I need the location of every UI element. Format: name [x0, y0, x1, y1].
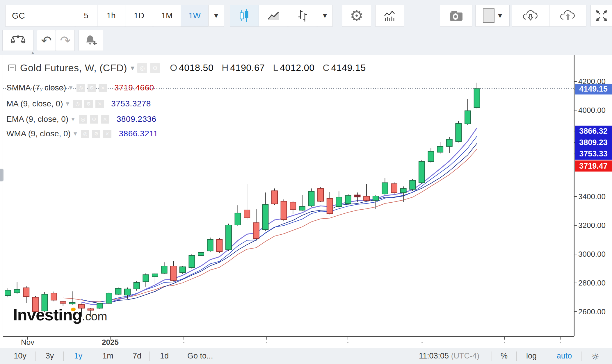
time-value: 11:03:05 [419, 351, 449, 360]
chevron-down-icon[interactable]: ▼ [66, 101, 70, 106]
close-icon[interactable]: × [99, 84, 107, 92]
ohlc-values: O4018.50H4190.67L4012.00C4149.15 [170, 63, 374, 73]
ohlc-label-C: C [323, 63, 329, 73]
date-tick-label: Nov [21, 338, 34, 347]
price-tick-label: 3000.00 [578, 250, 606, 259]
auto-scale-button[interactable]: auto [557, 351, 572, 361]
close-icon[interactable]: × [103, 130, 111, 138]
display-settings-icon[interactable]: ☼ [591, 351, 599, 363]
settings-icon[interactable]: ⚙ [88, 84, 96, 92]
indicator-value: 3809.2336 [117, 115, 156, 124]
watermark: Investing .com [13, 305, 107, 324]
timezone: (UTC-4) [451, 351, 479, 360]
log-scale-button[interactable]: log [526, 351, 537, 361]
chart-header: Gold Futures, W, (CFD) ▼ ◎ ⚙ O4018.50H41… [8, 62, 374, 74]
ohlc-label-H: H [222, 63, 228, 73]
price-tick-label: 2600.00 [578, 307, 606, 316]
price-tick-label: 2800.00 [578, 279, 606, 288]
indicator-value: 3866.3211 [119, 129, 158, 138]
range-button-1y[interactable]: 1y [74, 351, 83, 361]
chevron-down-icon[interactable]: ▼ [69, 85, 72, 90]
indicator-label: MA (9, close, 0) [6, 99, 63, 108]
chevron-down-icon[interactable]: ▼ [131, 65, 134, 71]
price-badge: 3753.33 [575, 148, 612, 160]
close-icon[interactable]: × [101, 115, 109, 124]
toolbar-separator [581, 351, 581, 361]
price-badge: 3866.32 [575, 126, 612, 137]
indicator-label: SMMA (7, close) [6, 83, 66, 92]
indicator-label: WMA (9, close, 0) [6, 129, 71, 138]
settings-icon[interactable]: ⚙ [90, 115, 98, 124]
toolbar-separator [63, 351, 64, 361]
trading-chart-app: GC 51h1D1M1W ▼ ▼ ⚙ [0, 0, 612, 364]
indicator-row-ema: EMA (9, close, 0)▼◎⚙×3809.2336 [6, 114, 156, 125]
toolbar-separator [35, 351, 35, 361]
toolbar-separator [149, 351, 150, 361]
indicator-row-smma: SMMA (7, close)▼◎⚙×3719.4660 [6, 82, 154, 93]
ohlc-value-C: 4149.15 [331, 63, 366, 73]
ohlc-value-L: 4012.00 [280, 63, 314, 73]
range-button-3y[interactable]: 3y [46, 351, 54, 361]
range-button-1m[interactable]: 1m [102, 351, 113, 361]
percent-scale-button[interactable]: % [501, 351, 508, 361]
price-tick-label: 4000.00 [578, 106, 606, 115]
range-button-7d[interactable]: 7d [133, 351, 141, 361]
toolbar-separator [546, 351, 546, 361]
indicator-row-wma: WMA (9, close, 0)▼◎⚙×3866.3211 [6, 128, 158, 139]
collapse-legend-icon[interactable] [8, 65, 16, 71]
ohlc-label-L: L [273, 63, 278, 73]
toolbar-separator [91, 351, 91, 361]
range-button-10y[interactable]: 10y [14, 351, 26, 361]
ohlc-value-O: 4018.50 [179, 63, 214, 73]
price-tick-label: 3400.00 [578, 192, 606, 201]
chevron-down-icon[interactable]: ▼ [71, 117, 75, 122]
clock: 11:03:05 (UTC-4) [419, 351, 479, 361]
price-badge: 3719.47 [575, 160, 612, 172]
toolbar-separator [492, 351, 492, 361]
visibility-icon[interactable]: ◎ [73, 100, 82, 108]
close-icon[interactable]: × [95, 100, 104, 108]
ohlc-label-O: O [170, 63, 177, 73]
indicator-row-ma: MA (9, close, 0)▼◎⚙×3753.3278 [6, 98, 151, 109]
watermark-suffix: .com [82, 310, 107, 323]
ohlc-value-H: 4190.67 [230, 63, 265, 73]
settings-icon[interactable]: ⚙ [92, 130, 100, 138]
visibility-icon[interactable]: ◎ [76, 84, 85, 92]
range-button-1d[interactable]: 1d [160, 351, 169, 361]
bottom-toolbar: 10y3y1y1m7d1d Go to... 11:03:05 (UTC-4) … [0, 348, 612, 364]
toolbar-separator [121, 351, 121, 361]
series-settings-icon[interactable]: ⚙ [150, 63, 160, 73]
indicator-label: EMA (9, close, 0) [6, 115, 68, 124]
price-tick-label: 3200.00 [578, 221, 606, 230]
toolbar-separator [516, 351, 517, 361]
visibility-icon[interactable]: ◎ [79, 115, 87, 124]
visibility-toggle-icon[interactable]: ◎ [137, 63, 147, 73]
price-badge: 4149.15 [575, 84, 612, 94]
chart-title: Gold Futures, W, (CFD) [20, 62, 127, 74]
price-badge: 3809.23 [575, 137, 612, 148]
settings-icon[interactable]: ⚙ [84, 100, 93, 108]
indicator-value: 3719.4660 [114, 83, 154, 92]
toolbar-separator [178, 351, 178, 361]
indicator-value: 3753.3278 [111, 99, 151, 108]
chevron-down-icon[interactable]: ▼ [74, 131, 77, 136]
date-tick-label: 2025 [102, 338, 119, 347]
visibility-icon[interactable]: ◎ [81, 130, 89, 138]
goto-button[interactable]: Go to... [187, 351, 213, 361]
